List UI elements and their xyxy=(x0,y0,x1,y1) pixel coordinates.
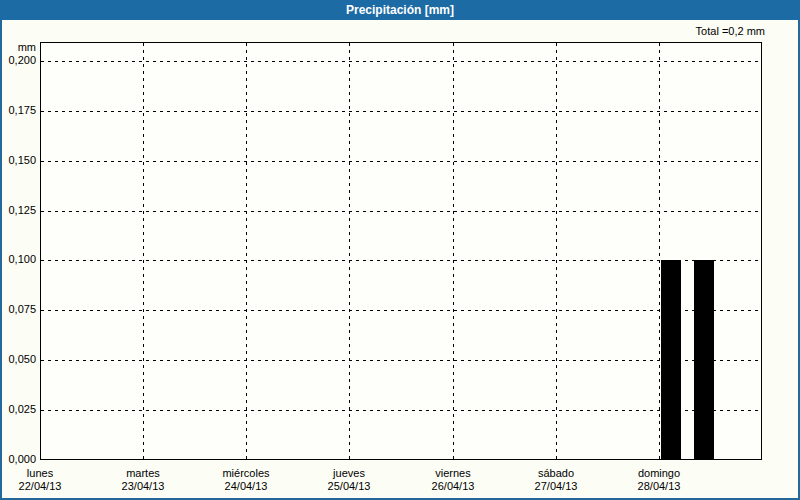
v-gridline xyxy=(556,43,557,459)
h-gridline xyxy=(41,211,761,212)
x-axis-label: domingo28/04/13 xyxy=(638,467,681,493)
x-axis-date: 22/04/13 xyxy=(19,480,62,493)
x-axis-weekday: martes xyxy=(122,467,165,480)
v-gridline xyxy=(659,43,660,459)
x-axis-date: 27/04/13 xyxy=(535,480,578,493)
y-tick-label: 0,150 xyxy=(0,154,36,167)
x-axis-label: viernes26/04/13 xyxy=(432,467,475,493)
y-tick-label: 0,175 xyxy=(0,104,36,117)
y-tick-label: 0,200 xyxy=(0,54,36,67)
v-gridline xyxy=(143,43,144,459)
precipitation-bar xyxy=(661,260,681,459)
x-axis-date: 24/04/13 xyxy=(222,480,269,493)
h-gridline xyxy=(41,410,761,411)
h-gridline xyxy=(41,161,761,162)
v-gridline xyxy=(349,43,350,459)
x-axis-weekday: viernes xyxy=(432,467,475,480)
h-gridline xyxy=(41,61,761,62)
x-axis-weekday: miércoles xyxy=(222,467,269,480)
y-tick-label: 0,100 xyxy=(0,253,36,266)
y-axis-unit-label: mm xyxy=(0,41,36,53)
chart-window: Precipitación [mm] Total =0,2 mm mm 0,00… xyxy=(0,0,800,500)
x-axis-label: jueves25/04/13 xyxy=(328,467,371,493)
h-gridline xyxy=(41,310,761,311)
y-tick-label: 0,075 xyxy=(0,303,36,316)
x-axis-date: 26/04/13 xyxy=(432,480,475,493)
x-axis-date: 25/04/13 xyxy=(328,480,371,493)
x-axis-weekday: lunes xyxy=(19,467,62,480)
x-axis-date: 23/04/13 xyxy=(122,480,165,493)
y-tick-label: 0,050 xyxy=(0,353,36,366)
x-axis-label: sábado27/04/13 xyxy=(535,467,578,493)
x-axis-label: miércoles24/04/13 xyxy=(222,467,269,493)
x-axis-weekday: sábado xyxy=(535,467,578,480)
chart-title: Precipitación [mm] xyxy=(346,3,454,17)
plot-background xyxy=(40,42,762,460)
x-axis-weekday: domingo xyxy=(638,467,681,480)
chart-title-bar: Precipitación [mm] xyxy=(0,0,800,20)
x-axis-label: lunes22/04/13 xyxy=(19,467,62,493)
v-gridline xyxy=(453,43,454,459)
x-axis-date: 28/04/13 xyxy=(638,480,681,493)
y-tick-label: 0,125 xyxy=(0,204,36,217)
total-label: Total =0,2 mm xyxy=(696,25,765,37)
h-gridline xyxy=(41,111,761,112)
v-gridline xyxy=(246,43,247,459)
y-tick-label: 0,000 xyxy=(0,453,36,466)
y-tick-label: 0,025 xyxy=(0,403,36,416)
x-axis-weekday: jueves xyxy=(328,467,371,480)
h-gridline xyxy=(41,360,761,361)
precipitation-bar xyxy=(694,260,714,459)
h-gridline xyxy=(41,260,761,261)
x-axis-label: martes23/04/13 xyxy=(122,467,165,493)
